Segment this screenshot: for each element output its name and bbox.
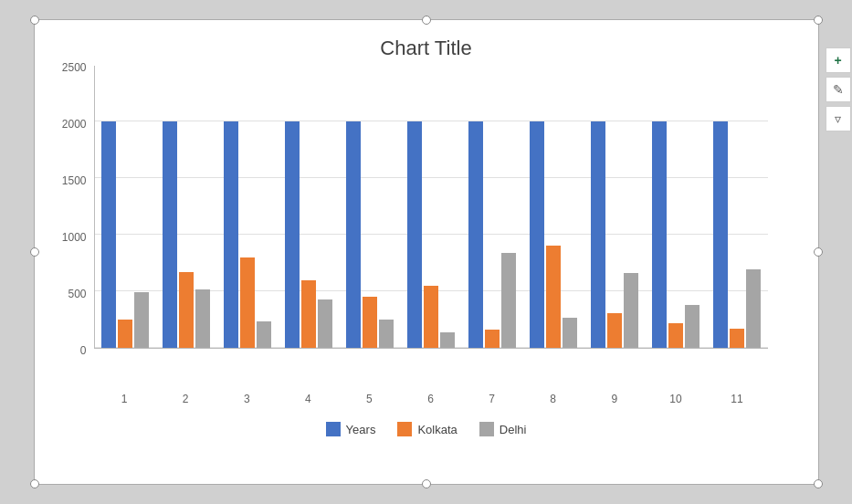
bar-delhi (440, 332, 455, 348)
bar-kolkata (363, 297, 377, 348)
chart-legend: Years Kolkata Delhi (35, 422, 818, 436)
x-axis-label: 4 (278, 393, 339, 405)
legend-swatch-delhi (479, 422, 494, 436)
bar-delhi (379, 320, 394, 348)
x-axis-label: 1 (94, 393, 155, 405)
legend-swatch-kolkata (397, 422, 412, 436)
y-axis-label: 2500 (62, 62, 87, 73)
bar-kolkata (179, 272, 194, 348)
y-axis-label: 1500 (62, 175, 87, 186)
chart-plot (94, 66, 768, 349)
bar-group (345, 121, 394, 348)
x-axis-label: 3 (216, 393, 278, 405)
bar-delhi (257, 321, 271, 348)
style-button[interactable]: ✎ (826, 77, 851, 102)
bar-kolkata (485, 330, 500, 348)
handle-ml[interactable] (30, 247, 39, 257)
bar-kolkata (668, 323, 683, 348)
bar-years (407, 121, 422, 348)
bar-delhi (501, 253, 516, 348)
bar-kolkata (730, 329, 744, 348)
x-axis-labels: 1234567891011 (94, 393, 768, 405)
legend-item-years: Years (326, 422, 376, 436)
bar-years (346, 121, 361, 348)
bar-years (530, 121, 544, 348)
y-axis-label: 2000 (62, 119, 87, 130)
bar-group (223, 121, 272, 348)
legend-label-delhi: Delhi (500, 423, 527, 436)
y-axis-label: 1000 (62, 232, 87, 243)
x-axis-label: 5 (339, 393, 400, 405)
handle-tc[interactable] (422, 16, 431, 25)
legend-item-kolkata: Kolkata (397, 422, 457, 436)
bar-delhi (318, 299, 332, 348)
filter-button[interactable]: ▿ (826, 106, 851, 131)
chart-container: Chart Title 05001000150020002500 1234567… (34, 19, 819, 485)
bar-years (468, 121, 483, 348)
handle-mr[interactable] (814, 247, 823, 257)
x-axis-label: 2 (155, 393, 216, 405)
bar-delhi (685, 305, 699, 348)
bar-group (406, 121, 456, 348)
legend-label-years: Years (346, 423, 376, 436)
bar-years (285, 121, 300, 348)
bar-years (101, 121, 116, 348)
x-axis-label: 11 (706, 393, 767, 405)
bar-group (651, 121, 700, 348)
legend-label-kolkata: Kolkata (417, 423, 457, 436)
bar-kolkata (424, 286, 438, 348)
legend-swatch-years (326, 422, 341, 436)
bar-years (713, 121, 728, 348)
bar-delhi (624, 273, 638, 348)
bar-kolkata (301, 280, 316, 348)
legend-item-delhi: Delhi (479, 422, 527, 436)
y-axis-label: 500 (68, 289, 86, 299)
bar-group (162, 121, 211, 348)
y-axis-label: 0 (80, 345, 87, 356)
bar-delhi (195, 289, 210, 348)
x-axis-label: 9 (584, 393, 645, 405)
y-axis: 05001000150020002500 (44, 66, 94, 349)
handle-bl[interactable] (30, 479, 39, 488)
chart-title: Chart Title (35, 20, 818, 66)
handle-tl[interactable] (30, 16, 39, 25)
bar-delhi (746, 269, 761, 348)
handle-tr[interactable] (814, 16, 823, 25)
bar-group (284, 121, 333, 348)
x-axis-label: 8 (522, 393, 584, 405)
x-axis-label: 10 (645, 393, 706, 405)
bar-group (100, 121, 150, 348)
x-axis-label: 7 (461, 393, 522, 405)
handle-bc[interactable] (422, 479, 431, 488)
bar-years (163, 121, 177, 348)
bar-group (468, 121, 517, 348)
bar-years (652, 121, 667, 348)
bar-kolkata (118, 320, 132, 348)
bar-delhi (563, 318, 577, 348)
bar-group (590, 121, 639, 348)
bar-delhi (134, 292, 149, 348)
bar-years (224, 121, 238, 348)
handle-br[interactable] (814, 479, 823, 488)
bar-years (591, 121, 605, 348)
bar-kolkata (240, 257, 255, 348)
bar-kolkata (546, 246, 561, 348)
chart-toolbar: + ✎ ▿ (826, 47, 851, 131)
bar-group (529, 121, 578, 348)
bar-group (712, 121, 762, 348)
add-element-button[interactable]: + (826, 47, 851, 73)
bar-kolkata (607, 313, 622, 348)
x-axis-label: 6 (400, 393, 461, 405)
